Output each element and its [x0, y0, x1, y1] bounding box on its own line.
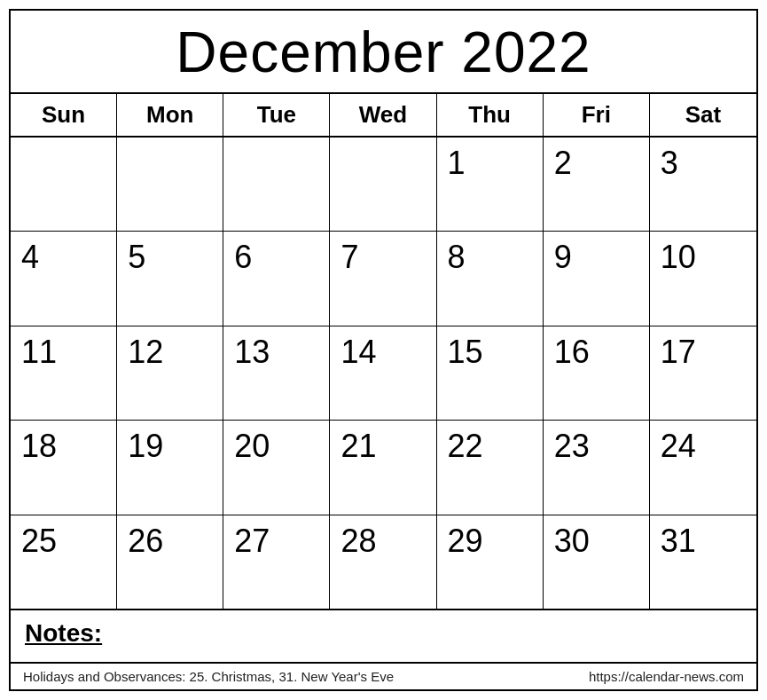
- day-cell-31: 31: [650, 515, 756, 609]
- week-row-1: 123: [11, 138, 756, 232]
- day-cell-11: 11: [11, 326, 117, 420]
- week-row-3: 11121314151617: [11, 326, 756, 421]
- day-cell-12: 12: [117, 326, 223, 420]
- day-header-sat: Sat: [650, 94, 756, 136]
- day-cell-empty-0-2: [223, 138, 330, 231]
- day-cell-26: 26: [117, 515, 223, 609]
- day-cell-24: 24: [650, 421, 756, 514]
- day-cell-1: 1: [437, 138, 544, 231]
- week-row-4: 18192021222324: [11, 421, 756, 515]
- day-cell-29: 29: [437, 515, 544, 609]
- weeks-container: 1234567891011121314151617181920212223242…: [11, 138, 756, 609]
- day-cell-9: 9: [544, 232, 650, 325]
- day-cell-23: 23: [544, 421, 650, 514]
- notes-label: Notes:: [25, 619, 102, 647]
- day-cell-8: 8: [437, 232, 544, 325]
- day-cell-empty-0-3: [330, 138, 436, 231]
- day-cell-28: 28: [330, 515, 436, 609]
- day-header-thu: Thu: [437, 94, 544, 136]
- day-cell-14: 14: [330, 326, 436, 420]
- day-cell-4: 4: [11, 232, 117, 325]
- day-header-sun: Sun: [11, 94, 117, 136]
- day-headers-row: SunMonTueWedThuFriSat: [11, 94, 756, 138]
- day-cell-10: 10: [650, 232, 756, 325]
- notes-section: Notes:: [11, 609, 756, 662]
- day-cell-25: 25: [11, 515, 117, 609]
- calendar-title: December 2022: [11, 11, 756, 94]
- day-cell-17: 17: [650, 326, 756, 420]
- day-header-mon: Mon: [117, 94, 223, 136]
- day-cell-empty-0-0: [11, 138, 117, 231]
- week-row-5: 25262728293031: [11, 515, 756, 609]
- day-cell-20: 20: [223, 421, 330, 514]
- day-cell-21: 21: [330, 421, 436, 514]
- day-cell-6: 6: [223, 232, 330, 325]
- day-cell-19: 19: [117, 421, 223, 514]
- day-cell-30: 30: [544, 515, 650, 609]
- day-cell-16: 16: [544, 326, 650, 420]
- day-cell-13: 13: [223, 326, 330, 420]
- day-cell-5: 5: [117, 232, 223, 325]
- day-header-fri: Fri: [544, 94, 650, 136]
- footer: Holidays and Observances: 25. Christmas,…: [11, 662, 756, 689]
- day-header-wed: Wed: [330, 94, 436, 136]
- footer-url: https://calendar-news.com: [589, 669, 744, 684]
- day-cell-27: 27: [223, 515, 330, 609]
- day-cell-22: 22: [437, 421, 544, 514]
- day-cell-empty-0-1: [117, 138, 223, 231]
- day-cell-2: 2: [544, 138, 650, 231]
- calendar-grid: SunMonTueWedThuFriSat 123456789101112131…: [11, 94, 756, 609]
- day-cell-15: 15: [437, 326, 544, 420]
- day-cell-18: 18: [11, 421, 117, 514]
- day-cell-7: 7: [330, 232, 436, 325]
- footer-holidays: Holidays and Observances: 25. Christmas,…: [23, 669, 394, 684]
- week-row-2: 45678910: [11, 232, 756, 326]
- day-header-tue: Tue: [223, 94, 330, 136]
- calendar: December 2022 SunMonTueWedThuFriSat 1234…: [9, 9, 758, 691]
- day-cell-3: 3: [650, 138, 756, 231]
